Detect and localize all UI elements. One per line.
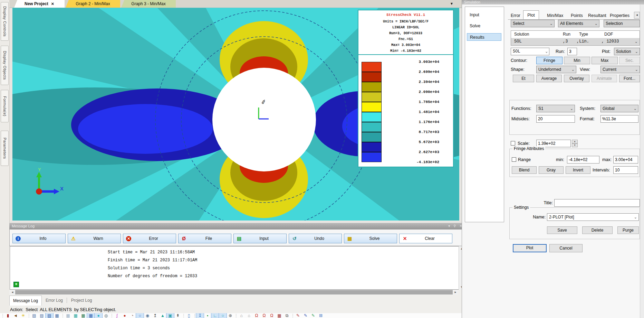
panel-scroll-strip[interactable] (640, 4, 644, 318)
toolbar-icon[interactable]: ○ (219, 313, 227, 318)
toolbar-icon[interactable]: ▦ (87, 313, 95, 318)
toolbar-icon[interactable]: ▲ (159, 313, 166, 318)
tab-plot[interactable]: Plot (523, 10, 539, 19)
pin-icon[interactable]: ⚲ (453, 223, 456, 229)
delete-button[interactable]: Delete (582, 226, 613, 234)
toolbar-icon[interactable]: ▪ (204, 313, 211, 318)
tab-minmax[interactable]: Min/Max (547, 13, 563, 18)
scale-spinner[interactable]: ▲ ▼ (572, 140, 578, 147)
run-input[interactable] (567, 48, 577, 55)
file-button[interactable]: ØFile (178, 234, 231, 243)
tab-resultant[interactable]: Resultant (588, 13, 606, 18)
toolbar-icon[interactable]: ▣ (166, 313, 174, 318)
sidebar-tab-display-controls[interactable]: Display Controls (1, 2, 9, 41)
tab-new-project[interactable]: New Project ✕ (14, 0, 65, 8)
model-viewport[interactable]: ✐ Y X StressCheck V11.1 Units = INCH/LBF… (12, 8, 459, 221)
clear-button[interactable]: ✕Clear (399, 234, 452, 243)
invert-button[interactable]: Invert (566, 166, 590, 174)
format-input[interactable] (600, 115, 638, 123)
min-button[interactable]: Min (564, 57, 590, 64)
fringe-button[interactable]: Fringe (536, 57, 563, 64)
toolbar-icon[interactable]: ∟ (211, 313, 219, 318)
solve-button[interactable]: ▦Solve (344, 234, 397, 243)
toolbar-icon[interactable]: ✎ (302, 313, 309, 318)
message-log-output[interactable]: Start time = Mar 21 2023 11:16:58AM Fini… (10, 246, 464, 290)
log-horizontal-scrollbar[interactable]: ◄ ► (10, 290, 458, 295)
scale-checkbox[interactable] (511, 141, 515, 146)
max-input[interactable] (613, 156, 638, 163)
info-button[interactable]: iInfo (12, 234, 66, 243)
min-input[interactable] (567, 156, 599, 163)
purge-button[interactable]: Purge (617, 226, 639, 234)
midsides-input[interactable] (536, 115, 575, 123)
solution-list[interactable]: Solution Run Type DOF SOL ,3 ,Lin. , 120… (511, 30, 640, 46)
toolbar-icon[interactable]: ▤ (38, 313, 46, 318)
intervals-input[interactable] (613, 166, 638, 174)
font-button[interactable]: Font... (619, 75, 640, 82)
toolbar-icon[interactable]: ↥ (151, 313, 159, 318)
toolbar-icon[interactable]: ⇞ (174, 313, 182, 318)
overlay-button[interactable]: Overlay (564, 75, 589, 82)
toolbar-icon[interactable]: ○ (136, 313, 144, 318)
functions-combo[interactable]: S1 ⌄ (536, 105, 575, 112)
toolbar-icon[interactable]: ⊕ (227, 313, 234, 318)
tab-scroll-left-icon[interactable]: ◄ (634, 12, 640, 19)
toolbar-icon[interactable]: ▯ (185, 313, 193, 318)
tab-message-log[interactable]: Message Log (9, 296, 42, 306)
tab-graph2-minmax[interactable]: Graph 2 - Min/Max (66, 0, 120, 8)
toolbar-icon[interactable]: ● (121, 313, 128, 318)
close-icon[interactable]: ✕ (51, 2, 54, 6)
toolbar-icon[interactable]: Ω (268, 313, 276, 318)
toolbar-icon[interactable]: ↧ (196, 313, 204, 318)
toolbar-icon[interactable]: ▦ (72, 313, 79, 318)
error-button[interactable]: ✕Error (123, 234, 176, 243)
toolbar-icon[interactable]: ⊞ (317, 313, 325, 318)
toolbar-icon[interactable]: ● (95, 313, 102, 318)
undo-button[interactable]: ↺Undo (289, 234, 342, 243)
tab-error[interactable]: Error (511, 13, 520, 18)
input-button[interactable]: ▤Input (233, 234, 287, 243)
toolbar-icon[interactable]: Ω (253, 313, 260, 318)
toolbar-icon[interactable]: ▦ (53, 313, 61, 318)
toolbar-icon[interactable]: ▦ (79, 313, 87, 318)
toolbar-icon[interactable]: ▦ (64, 313, 72, 318)
settings-name-combo[interactable]: 2-PLOT [Plot] ⌄ (547, 213, 639, 221)
toolbar-icon[interactable]: ▤ (46, 313, 53, 318)
average-button[interactable]: Average (536, 75, 562, 82)
toolbar-icon[interactable]: ◔ (128, 313, 136, 318)
et-button[interactable]: Et (513, 75, 534, 82)
title-input[interactable] (554, 199, 640, 207)
spin-down-icon[interactable]: ▼ (572, 143, 578, 147)
plot-type-combo[interactable]: Solution ⌄ (614, 48, 640, 55)
range-checkbox[interactable] (512, 157, 516, 162)
toolbar-icon[interactable]: ⌂ (238, 313, 245, 318)
toolbar-icon[interactable]: ◄ (12, 313, 19, 318)
plot-button[interactable]: Plot (513, 244, 547, 252)
warn-button[interactable]: ⚠Warn (68, 234, 121, 243)
toolbar-icon[interactable]: ∫ (113, 313, 121, 318)
tab-project-log[interactable]: Project Log (68, 296, 95, 305)
max-button[interactable]: Max (592, 57, 618, 64)
toolbar-icon[interactable]: ▤ (30, 313, 38, 318)
solution-row[interactable]: SOL ,3 ,Lin. , 12033 ⌄ (511, 38, 640, 45)
scroll-right-icon[interactable]: ► (453, 290, 458, 295)
solution-combo[interactable]: SOL ⌄ (511, 48, 549, 55)
tab-graph3-minmax[interactable]: Graph 3 - Min/Max (121, 0, 176, 8)
toolbar-icon[interactable]: Ω (260, 313, 268, 318)
scroll-left-icon[interactable]: ◄ (10, 290, 15, 295)
gray-button[interactable]: Gray (539, 166, 564, 174)
toolbar-icon[interactable]: ✎ (294, 313, 302, 318)
toolbar-icon[interactable]: ✳ (19, 313, 27, 318)
sidebar-tab-formulae[interactable]: Formula(e) (1, 90, 9, 122)
save-button[interactable]: Save (547, 226, 577, 234)
object-type-combo[interactable]: All Elements ⌄ (558, 20, 599, 27)
spin-up-icon[interactable]: ▲ (572, 140, 578, 143)
cancel-button[interactable]: Cancel (549, 244, 583, 252)
view-combo[interactable]: Current ⌄ (600, 66, 640, 73)
blend-button[interactable]: Blend (512, 166, 537, 174)
collapse-icon[interactable]: ▾ (448, 223, 450, 229)
message-log-titlebar[interactable]: Message Log ▾ ⚲ ✕ (9, 223, 464, 229)
tab-properties[interactable]: Properties (610, 13, 629, 18)
toolbar-icon[interactable]: ⧉ (283, 313, 291, 318)
tab-points[interactable]: Points (571, 13, 583, 18)
